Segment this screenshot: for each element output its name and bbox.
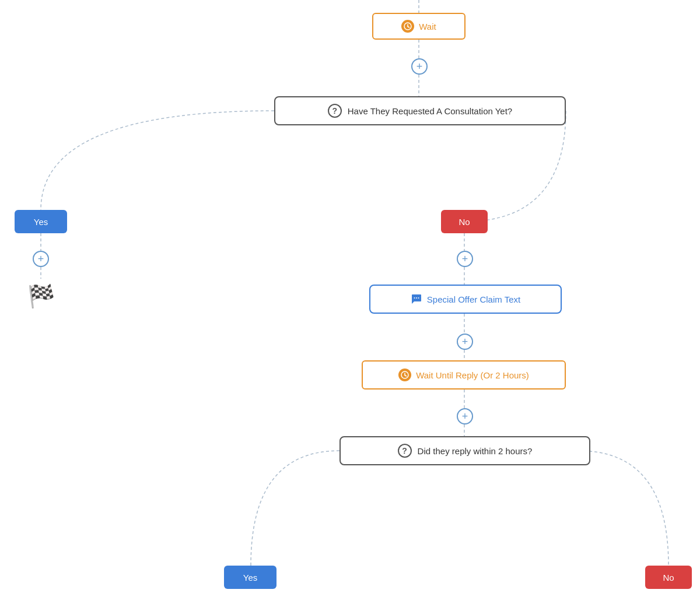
question-icon-1: ? — [328, 104, 342, 118]
yes1-node[interactable]: Yes — [15, 210, 67, 233]
wait-top-node[interactable]: Wait — [372, 13, 466, 40]
no2-node[interactable]: No — [645, 566, 692, 589]
wait-top-label: Wait — [419, 22, 436, 31]
wait-reply-label: Wait Until Reply (Or 2 Hours) — [416, 370, 529, 380]
connectors-layer — [0, 0, 700, 600]
chat-icon — [411, 293, 422, 305]
svg-line-19 — [405, 376, 407, 377]
svg-point-14 — [414, 297, 415, 299]
flag-icon: 🏁 — [27, 283, 55, 309]
add-button-1[interactable]: + — [411, 58, 428, 75]
no1-label: No — [459, 217, 470, 227]
no2-label: No — [663, 573, 674, 583]
condition1-label: Have They Requested A Consultation Yet? — [348, 106, 512, 116]
add-button-5[interactable]: + — [457, 408, 473, 424]
wait-reply-node[interactable]: Wait Until Reply (Or 2 Hours) — [362, 360, 566, 390]
svg-point-15 — [416, 297, 417, 299]
add-button-3[interactable]: + — [457, 251, 473, 267]
special-offer-label: Special Offer Claim Text — [427, 294, 520, 304]
condition1-node[interactable]: ? Have They Requested A Consultation Yet… — [274, 96, 566, 125]
yes2-node[interactable]: Yes — [224, 566, 276, 589]
clock-icon-2 — [398, 369, 411, 381]
question-icon-2: ? — [398, 444, 412, 458]
condition2-node[interactable]: ? Did they reply within 2 hours? — [340, 436, 590, 465]
end-flag-node: 🏁 — [18, 279, 64, 314]
special-offer-node[interactable]: Special Offer Claim Text — [369, 285, 562, 314]
add-button-2[interactable]: + — [33, 251, 49, 267]
yes2-label: Yes — [243, 573, 257, 583]
condition2-label: Did they reply within 2 hours? — [418, 446, 533, 456]
flowchart-canvas: Wait + ? Have They Requested A Consultat… — [0, 0, 700, 600]
add-button-4[interactable]: + — [457, 334, 473, 350]
yes1-label: Yes — [34, 217, 48, 227]
clock-icon — [401, 20, 414, 33]
svg-line-13 — [408, 27, 410, 28]
svg-point-16 — [418, 297, 419, 299]
no1-node[interactable]: No — [441, 210, 488, 233]
